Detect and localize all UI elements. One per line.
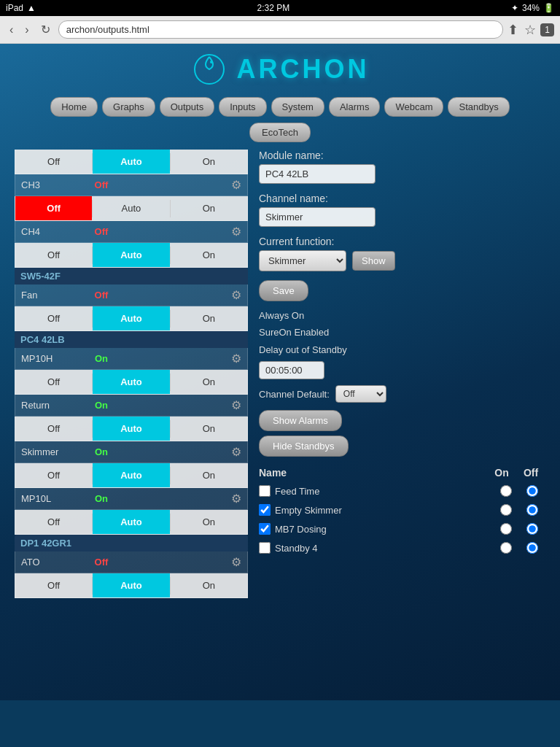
back-button[interactable]: ‹ xyxy=(6,22,17,38)
standby-on-feedtime[interactable] xyxy=(500,485,512,497)
standby-on-mb7dosing[interactable] xyxy=(500,523,512,535)
ctrl-off-ato[interactable]: Off xyxy=(15,573,92,597)
battery-icon: 🔋 xyxy=(543,3,554,13)
standby-on-standby4[interactable] xyxy=(500,542,512,554)
mp10l-label: MP10L xyxy=(21,493,79,504)
ctrl-on-fan[interactable]: On xyxy=(171,306,247,330)
standbys-row: Hide Standbys xyxy=(259,436,545,464)
nav-system[interactable]: System xyxy=(271,97,324,117)
ctrl-auto-top[interactable]: Auto xyxy=(93,150,169,174)
nav-bar: Home Graphs Outputs Inputs System Alarms… xyxy=(0,91,560,123)
standby-check-emptyskimmer[interactable] xyxy=(259,504,271,516)
ctrl-on-ch4[interactable]: On xyxy=(171,243,247,267)
mp10h-status: On xyxy=(79,353,123,364)
hide-standbys-button[interactable]: Hide Standbys xyxy=(259,436,349,457)
aquarium-background: ARCHON Home Graphs Outputs Inputs System… xyxy=(0,44,560,700)
standby-check-mb7dosing[interactable] xyxy=(259,523,271,535)
share-icon[interactable]: ⬆ xyxy=(508,22,518,38)
standby-off-feedtime[interactable] xyxy=(526,485,538,497)
group-sw5: SW5-42F xyxy=(15,268,248,285)
standby-check-standby4[interactable] xyxy=(259,542,271,554)
nav-inputs[interactable]: Inputs xyxy=(219,97,266,117)
ctrl-off-top[interactable]: Off xyxy=(15,150,92,174)
ch4-gear-icon[interactable]: ⚙ xyxy=(231,225,241,239)
standby-check-feedtime[interactable] xyxy=(259,485,271,497)
ecotech-button[interactable]: EcoTech xyxy=(249,123,311,142)
ch3-status: Off xyxy=(79,179,123,190)
standby-off-emptyskimmer[interactable] xyxy=(526,504,538,516)
ctrl-auto-skimmer[interactable]: Auto xyxy=(93,463,169,487)
show-function-button[interactable]: Show xyxy=(352,251,395,271)
channel-ato: ATO Off ⚙ xyxy=(15,551,248,573)
forward-button[interactable]: › xyxy=(21,22,32,38)
ctrl-auto-fan[interactable]: Auto xyxy=(93,306,169,330)
ch3-label: CH3 xyxy=(21,179,79,190)
standby-on-emptyskimmer[interactable] xyxy=(500,504,512,516)
ctrl-on-mp10l[interactable]: On xyxy=(171,510,247,534)
ctrl-auto-ato[interactable]: Auto xyxy=(93,573,169,597)
channel-name-input[interactable] xyxy=(259,207,376,227)
ctrl-off-mp10h[interactable]: Off xyxy=(15,370,92,394)
nav-outputs[interactable]: Outputs xyxy=(160,97,215,117)
tab-count[interactable]: 1 xyxy=(540,23,554,36)
ctrl-auto-ch3[interactable]: Auto xyxy=(93,196,169,220)
always-on-text: Always On xyxy=(259,307,545,324)
ctrl-on-mp10h[interactable]: On xyxy=(171,370,247,394)
ctrl-off-skimmer[interactable]: Off xyxy=(15,463,92,487)
mp10l-gear-icon[interactable]: ⚙ xyxy=(231,492,241,506)
ctrl-off-ch4[interactable]: Off xyxy=(15,243,92,267)
channel-mp10l: MP10L On ⚙ xyxy=(15,488,248,510)
ctrl-on-ato[interactable]: On xyxy=(171,573,247,597)
col-on-header: On xyxy=(487,467,516,479)
ctrl-off-return[interactable]: Off xyxy=(15,417,92,441)
nav-webcam[interactable]: Webcam xyxy=(384,97,443,117)
ctrl-off-ch3[interactable]: Off xyxy=(15,196,92,220)
function-group: Current function: Skimmer Always On Retu… xyxy=(259,236,545,271)
ctrl-auto-mp10h[interactable]: Auto xyxy=(93,370,169,394)
control-row-ch4: Off Auto On xyxy=(15,243,248,268)
fan-status: Off xyxy=(79,290,123,301)
mp10h-gear-icon[interactable]: ⚙ xyxy=(231,352,241,365)
standby-row-standby4: Standby 4 xyxy=(259,538,545,557)
ctrl-on-ch3[interactable]: On xyxy=(171,196,247,220)
ctrl-auto-mp10l[interactable]: Auto xyxy=(93,510,169,534)
ctrl-on-return[interactable]: On xyxy=(171,417,247,441)
standbys-header: Name On Off xyxy=(259,464,545,481)
ctrl-on-skimmer[interactable]: On xyxy=(171,463,247,487)
ctrl-off-fan[interactable]: Off xyxy=(15,306,92,330)
sure-on-text: SureOn Enabled xyxy=(259,324,545,341)
fan-gear-icon[interactable]: ⚙ xyxy=(231,288,241,302)
control-row-mp10h: Off Auto On xyxy=(15,370,248,395)
channel-default-select[interactable]: Off On xyxy=(335,385,386,403)
save-button[interactable]: Save xyxy=(259,280,308,301)
control-row-fan: Off Auto On xyxy=(15,306,248,331)
function-select[interactable]: Skimmer Always On Return Fan xyxy=(259,250,346,271)
return-gear-icon[interactable]: ⚙ xyxy=(231,398,241,412)
nav-graphs[interactable]: Graphs xyxy=(102,97,155,117)
ctrl-auto-ch4[interactable]: Auto xyxy=(93,243,169,267)
ctrl-off-mp10l[interactable]: Off xyxy=(15,510,92,534)
ato-gear-icon[interactable]: ⚙ xyxy=(231,555,241,569)
ctrl-on-top[interactable]: On xyxy=(171,150,247,174)
ch3-gear-icon[interactable]: ⚙ xyxy=(231,178,241,192)
standby-off-standby4[interactable] xyxy=(526,542,538,554)
bookmark-icon[interactable]: ☆ xyxy=(524,22,536,38)
nav-standbys[interactable]: Standbys xyxy=(448,97,509,117)
address-bar[interactable] xyxy=(58,20,504,39)
nav-alarms[interactable]: Alarms xyxy=(329,97,380,117)
ch4-status: Off xyxy=(79,226,123,237)
nav-home[interactable]: Home xyxy=(50,97,98,117)
browser-actions: ⬆ ☆ xyxy=(508,22,536,38)
function-label: Current function: xyxy=(259,236,545,247)
module-name-input[interactable] xyxy=(259,164,376,184)
ctrl-auto-return[interactable]: Auto xyxy=(93,417,169,441)
skimmer-gear-icon[interactable]: ⚙ xyxy=(231,445,241,459)
delay-time-input[interactable] xyxy=(259,361,324,379)
function-row: Skimmer Always On Return Fan Show xyxy=(259,250,545,271)
standby-name-standby4: Standby 4 xyxy=(275,543,493,554)
show-alarms-button[interactable]: Show Alarms xyxy=(259,410,342,431)
logo-icon xyxy=(191,51,228,88)
standby-off-mb7dosing[interactable] xyxy=(526,523,538,535)
skimmer-status: On xyxy=(79,446,123,457)
reload-button[interactable]: ↻ xyxy=(37,21,54,38)
